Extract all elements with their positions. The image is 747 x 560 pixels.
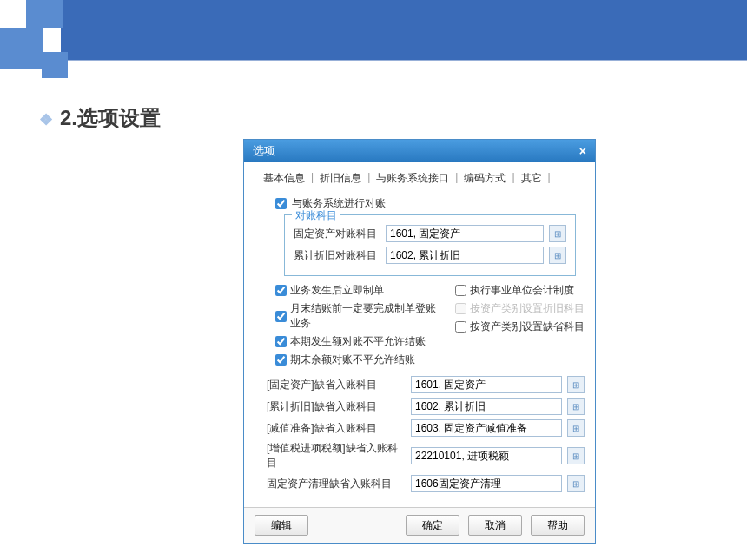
lookup-icon[interactable]: ⊞ xyxy=(567,419,585,437)
field-label: [增值税进项税额]缺省入账科目 xyxy=(267,441,406,471)
heading-text: 2.选项设置 xyxy=(60,106,161,129)
default-vat-input[interactable] xyxy=(411,447,562,464)
cb-label: 期末余额对账不平允许结账 xyxy=(290,352,415,367)
tab-encoding[interactable]: 编码方式 xyxy=(460,169,509,188)
default-fixed-asset-row: [固定资产]缺省入账科目 ⊞ xyxy=(267,376,585,393)
cb-period-amount[interactable] xyxy=(275,336,287,347)
left-checkbox-column: 业务发生后立即制单 月末结账前一定要完成制单登账业务 本期发生额对账不平允许结账… xyxy=(275,283,438,367)
default-depreciation-row: [累计折旧]缺省入账科目 ⊞ xyxy=(267,398,585,415)
cb-label: 业务发生后立即制单 xyxy=(290,283,384,298)
cb-institution-accounting[interactable] xyxy=(455,285,466,296)
dialog-body: 基本信息 | 折旧信息 | 与账务系统接口 | 编码方式 | 其它 | 与账务系… xyxy=(244,162,595,507)
tab-strip: 基本信息 | 折旧信息 | 与账务系统接口 | 编码方式 | 其它 | xyxy=(255,169,585,188)
deco-square xyxy=(26,0,63,28)
default-impairment-row: [减值准备]缺省入账科目 ⊞ xyxy=(267,419,585,437)
cb-depreciation-by-category xyxy=(455,303,466,314)
lookup-icon[interactable]: ⊞ xyxy=(567,376,585,393)
default-impairment-input[interactable] xyxy=(411,419,562,437)
fixed-asset-account-label: 固定资产对账科目 xyxy=(294,227,380,241)
default-fixed-asset-input[interactable] xyxy=(411,376,562,393)
tab-separator: | xyxy=(367,169,371,188)
cb-ending-balance[interactable] xyxy=(275,354,287,366)
cb-month-end-close[interactable] xyxy=(275,311,287,322)
cb-default-by-category[interactable] xyxy=(455,321,466,333)
lookup-icon[interactable]: ⊞ xyxy=(567,398,585,415)
tab-separator: | xyxy=(547,169,552,188)
fixed-asset-account-row: 固定资产对账科目 ⊞ xyxy=(294,225,566,242)
page-heading: ❖2.选项设置 xyxy=(39,104,161,132)
slide-header xyxy=(0,0,747,87)
reconcile-accounts-fieldset: 对账科目 固定资产对账科目 ⊞ 累计折旧对账科目 ⊞ xyxy=(284,214,576,276)
lookup-icon[interactable]: ⊞ xyxy=(567,475,585,492)
field-label: 固定资产清理缺省入账科目 xyxy=(267,477,406,491)
depreciation-account-input[interactable] xyxy=(386,247,544,264)
cb-label: 按资产类别设置缺省科目 xyxy=(470,320,585,334)
field-label: [固定资产]缺省入账科目 xyxy=(267,378,406,392)
right-checkbox-column: 执行事业单位会计制度 按资产类别设置折旧科目 按资产类别设置缺省科目 xyxy=(455,283,585,367)
cb-label: 执行事业单位会计制度 xyxy=(470,283,574,298)
default-vat-input-row: [增值税进项税额]缺省入账科目 ⊞ xyxy=(267,441,585,471)
tab-basic-info[interactable]: 基本信息 xyxy=(260,169,308,188)
deco-square xyxy=(42,52,68,78)
checkbox-columns: 业务发生后立即制单 月末结账前一定要完成制单登账业务 本期发生额对账不平允许结账… xyxy=(275,283,585,367)
dialog-title-text: 选项 xyxy=(253,143,275,159)
field-label: [累计折旧]缺省入账科目 xyxy=(267,399,406,414)
fixed-asset-account-input[interactable] xyxy=(386,225,544,242)
default-disposal-row: 固定资产清理缺省入账科目 ⊞ xyxy=(267,475,585,492)
default-disposal-input[interactable] xyxy=(411,475,562,492)
cb-label: 本期发生额对账不平允许结账 xyxy=(290,334,426,349)
lookup-icon[interactable]: ⊞ xyxy=(549,225,566,242)
default-accounts-section: [固定资产]缺省入账科目 ⊞ [累计折旧]缺省入账科目 ⊞ [减值准备]缺省入账… xyxy=(267,376,585,492)
dialog-footer: 编辑 确定 取消 帮助 xyxy=(244,507,595,543)
cb-immediate-voucher[interactable] xyxy=(275,285,287,296)
help-button[interactable]: 帮助 xyxy=(531,515,585,536)
dialog-titlebar[interactable]: 选项 × xyxy=(244,140,595,162)
depreciation-account-row: 累计折旧对账科目 ⊞ xyxy=(294,247,566,264)
default-depreciation-input[interactable] xyxy=(411,398,562,415)
tab-separator: | xyxy=(511,169,515,188)
edit-button[interactable]: 编辑 xyxy=(255,515,308,536)
reconcile-checkbox[interactable] xyxy=(275,198,287,209)
banner-bar xyxy=(61,0,747,61)
deco-square xyxy=(0,28,43,69)
depreciation-account-label: 累计折旧对账科目 xyxy=(294,248,380,263)
options-dialog: 选项 × 基本信息 | 折旧信息 | 与账务系统接口 | 编码方式 | 其它 |… xyxy=(243,139,596,544)
cancel-button[interactable]: 取消 xyxy=(468,515,522,536)
lookup-icon[interactable]: ⊞ xyxy=(567,447,585,464)
ok-button[interactable]: 确定 xyxy=(406,515,459,536)
fieldset-legend: 对账科目 xyxy=(292,208,340,223)
tab-other[interactable]: 其它 xyxy=(518,169,545,188)
tab-account-interface[interactable]: 与账务系统接口 xyxy=(373,169,453,188)
field-label: [减值准备]缺省入账科目 xyxy=(267,421,406,436)
tab-depreciation-info[interactable]: 折旧信息 xyxy=(316,169,365,188)
cb-label: 月末结账前一定要完成制单登账业务 xyxy=(290,301,438,331)
tab-separator: | xyxy=(454,169,459,188)
lookup-icon[interactable]: ⊞ xyxy=(549,247,566,264)
bullet-icon: ❖ xyxy=(39,111,53,128)
cb-label: 按资产类别设置折旧科目 xyxy=(470,301,585,316)
tab-separator: | xyxy=(310,169,314,188)
close-icon[interactable]: × xyxy=(579,144,586,158)
